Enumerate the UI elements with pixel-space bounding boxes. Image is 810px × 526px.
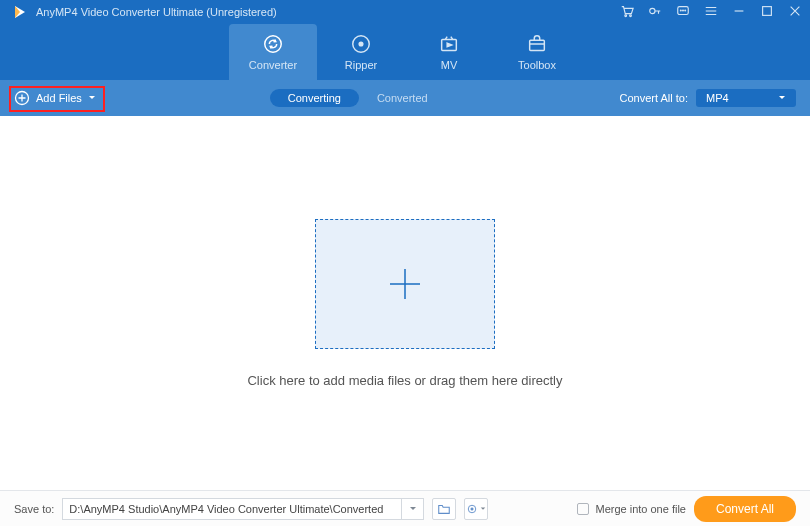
convert-all-format: Convert All to: MP4 (620, 89, 796, 107)
app-title: AnyMP4 Video Converter Ultimate (Unregis… (36, 6, 277, 18)
close-icon[interactable] (788, 4, 802, 18)
nav-ripper[interactable]: Ripper (317, 24, 405, 80)
nav-mv[interactable]: MV (405, 24, 493, 80)
svg-point-1 (630, 15, 632, 17)
format-select[interactable]: MP4 (696, 89, 796, 107)
format-value: MP4 (706, 92, 729, 104)
plus-circle-icon (14, 90, 30, 106)
merge-checkbox[interactable]: Merge into one file (577, 503, 686, 515)
checkbox-icon (577, 503, 589, 515)
convert-all-button[interactable]: Convert All (694, 496, 796, 522)
save-to-label: Save to: (14, 503, 54, 515)
dropzone[interactable] (315, 219, 495, 349)
chevron-down-icon (778, 94, 786, 102)
nav-converter[interactable]: Converter (229, 24, 317, 80)
nav-toolbox[interactable]: Toolbox (493, 24, 581, 80)
app-logo (12, 4, 28, 20)
svg-point-6 (685, 10, 686, 11)
tab-converting[interactable]: Converting (270, 89, 359, 107)
main-area: Click here to add media files or drag th… (0, 116, 810, 490)
toolbar: Add Files Converting Converted Convert A… (0, 80, 810, 116)
svg-point-15 (471, 507, 473, 509)
svg-point-10 (359, 42, 363, 46)
footer: Save to: D:\AnyMP4 Studio\AnyMP4 Video C… (0, 490, 810, 526)
settings-button[interactable] (464, 498, 488, 520)
menu-icon[interactable] (704, 4, 718, 18)
nav-converter-label: Converter (249, 59, 297, 71)
feedback-icon[interactable] (676, 4, 690, 18)
open-folder-button[interactable] (432, 498, 456, 520)
nav-toolbox-label: Toolbox (518, 59, 556, 71)
save-path-field[interactable]: D:\AnyMP4 Studio\AnyMP4 Video Converter … (62, 498, 402, 520)
drop-text: Click here to add media files or drag th… (247, 373, 562, 388)
svg-point-8 (265, 36, 282, 53)
key-icon[interactable] (648, 4, 662, 18)
svg-point-4 (680, 10, 681, 11)
window-controls (620, 4, 802, 18)
header: AnyMP4 Video Converter Ultimate (Unregis… (0, 0, 810, 80)
plus-icon (382, 261, 428, 307)
svg-point-2 (650, 8, 655, 13)
svg-rect-12 (530, 40, 545, 50)
add-files-label: Add Files (36, 92, 82, 104)
svg-rect-7 (763, 7, 772, 16)
status-tabs: Converting Converted (96, 89, 620, 107)
chevron-down-icon (88, 94, 96, 102)
add-files-button[interactable]: Add Files (14, 90, 96, 106)
tab-converted[interactable]: Converted (359, 89, 446, 107)
svg-point-0 (625, 15, 627, 17)
nav-mv-label: MV (441, 59, 458, 71)
nav-ripper-label: Ripper (345, 59, 377, 71)
cart-icon[interactable] (620, 4, 634, 18)
save-path-dropdown[interactable] (402, 498, 424, 520)
minimize-icon[interactable] (732, 4, 746, 18)
merge-label: Merge into one file (595, 503, 686, 515)
main-nav: Converter Ripper MV Toolbox (0, 24, 810, 80)
convert-all-label: Convert All to: (620, 92, 688, 104)
svg-point-5 (683, 10, 684, 11)
maximize-icon[interactable] (760, 4, 774, 18)
